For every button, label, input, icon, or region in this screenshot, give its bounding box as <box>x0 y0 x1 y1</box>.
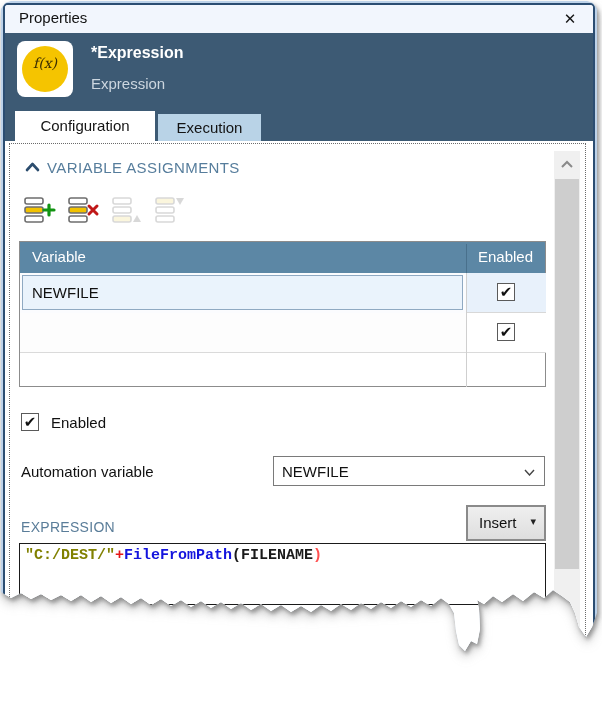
insert-dropdown-caret-icon: ▾ <box>530 515 536 528</box>
expression-section-label: EXPRESSION <box>21 519 115 535</box>
scrollbar-thumb[interactable] <box>555 179 579 569</box>
insert-button[interactable]: Insert ▾ <box>466 505 546 541</box>
variable-assignments-section-title: VARIABLE ASSIGNMENTS <box>47 159 240 176</box>
scroll-up-icon[interactable] <box>554 151 580 177</box>
add-row-icon[interactable] <box>23 195 59 227</box>
automation-variable-combobox[interactable]: NEWFILE <box>273 456 545 486</box>
chevron-down-icon <box>524 469 535 476</box>
row-enabled-checkbox[interactable]: ✔ <box>497 323 515 341</box>
enabled-checkbox[interactable]: ✔ <box>21 413 39 431</box>
tab-configuration[interactable]: Configuration <box>15 111 155 141</box>
table-row[interactable]: NEWFILE <box>20 273 466 313</box>
properties-window-shadow: Properties ✕ f(x) *Expression Expression… <box>1 1 599 669</box>
tab-execution[interactable]: Execution <box>158 114 261 141</box>
move-row-down-icon[interactable] <box>154 195 190 227</box>
title-bar: Properties ✕ <box>5 5 593 33</box>
column-header-enabled: Enabled <box>478 248 533 265</box>
table-row[interactable] <box>20 313 466 353</box>
row-enabled-checkbox[interactable]: ✔ <box>497 283 515 301</box>
insert-button-label: Insert <box>479 514 517 531</box>
expression-code-line: "C:/DEST/"+FileFromPath(FILENAME) <box>25 547 322 564</box>
configuration-panel: VARIABLE ASSIGNMENTS <box>5 141 593 661</box>
delete-row-icon[interactable] <box>67 195 103 227</box>
move-row-up-icon[interactable] <box>111 195 147 227</box>
automation-variable-value: NEWFILE <box>282 463 349 480</box>
enabled-label: Enabled <box>51 414 106 431</box>
properties-window-outer: Properties ✕ f(x) *Expression Expression… <box>1 1 599 669</box>
task-name: *Expression <box>91 44 183 62</box>
column-header-variable: Variable <box>32 248 86 265</box>
table-header: Variable Enabled <box>20 242 545 273</box>
task-type: Expression <box>91 75 165 92</box>
task-header: f(x) *Expression Expression Configuratio… <box>5 33 593 141</box>
properties-window: Properties ✕ f(x) *Expression Expression… <box>3 3 595 663</box>
fx-icon-label: f(x) <box>17 55 73 71</box>
variables-table: Variable Enabled NEWFILE ✔ ✔ <box>19 241 546 387</box>
collapse-section-icon[interactable] <box>25 162 40 172</box>
enabled-cell: ✔ <box>467 273 546 313</box>
column-divider <box>466 244 467 273</box>
expression-editor[interactable]: "C:/DEST/"+FileFromPath(FILENAME) <box>19 543 546 605</box>
window-title: Properties <box>19 9 87 26</box>
variable-cell-selected[interactable]: NEWFILE <box>22 275 463 310</box>
variable-value: NEWFILE <box>32 284 99 301</box>
vertical-scrollbar[interactable] <box>554 151 580 663</box>
automation-variable-label: Automation variable <box>21 463 154 480</box>
expression-task-icon: f(x) <box>17 41 73 97</box>
close-icon[interactable]: ✕ <box>559 8 581 30</box>
enabled-cell: ✔ <box>467 313 546 353</box>
